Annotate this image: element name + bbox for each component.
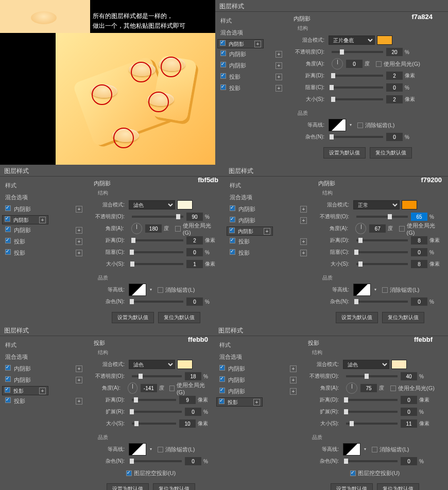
fx-inner-shadow[interactable]: 内阴影+ — [216, 375, 300, 386]
color-swatch[interactable] — [177, 360, 193, 369]
fx-inner-shadow[interactable]: 内阴影+ — [2, 215, 48, 224]
fx-drop-shadow[interactable]: 投影+ — [2, 248, 85, 258]
global-light-checkbox[interactable] — [175, 226, 181, 232]
size-input[interactable] — [401, 419, 417, 428]
reset-default-button[interactable]: 复位为默认值 — [153, 483, 195, 490]
blend-options[interactable]: 混合选项 — [217, 27, 285, 39]
fx-drop-shadow[interactable]: 投影+ — [227, 248, 310, 258]
global-light-checkbox[interactable] — [390, 386, 396, 391]
size-input[interactable] — [186, 260, 203, 268]
antialias-checkbox[interactable] — [158, 447, 163, 452]
size-input[interactable] — [179, 419, 196, 428]
blend-mode-select[interactable]: 正片叠底 — [329, 36, 375, 45]
angle-input[interactable] — [346, 60, 363, 68]
fx-inner-shadow[interactable]: 内阴影+ — [2, 375, 85, 386]
reset-default-button[interactable]: 复位为默认值 — [382, 312, 424, 323]
blend-mode-select[interactable]: 滤色 — [343, 360, 389, 369]
contour-picker[interactable] — [329, 119, 346, 131]
global-light-checkbox[interactable] — [399, 226, 405, 232]
noise-input[interactable] — [386, 133, 403, 141]
blend-options[interactable]: 混合选项 — [2, 351, 85, 363]
set-default-button[interactable]: 设置为默认值 — [323, 147, 366, 159]
blend-mode-select[interactable]: 正常 — [353, 200, 400, 209]
angle-input[interactable] — [145, 224, 162, 233]
opacity-input[interactable] — [411, 213, 427, 221]
opacity-input[interactable] — [401, 372, 417, 380]
reset-default-button[interactable]: 复位为默认值 — [370, 147, 412, 159]
set-default-button[interactable]: 设置为默认值 — [331, 483, 373, 490]
fx-inner-shadow[interactable]: 内阴影+ — [2, 204, 85, 215]
reset-default-button[interactable]: 复位为默认值 — [158, 312, 200, 323]
set-default-button[interactable]: 设置为默认值 — [107, 483, 149, 490]
angle-dial[interactable] — [346, 382, 357, 394]
contour-picker[interactable] — [129, 443, 146, 456]
distance-input[interactable] — [186, 236, 203, 244]
color-swatch[interactable] — [402, 200, 417, 209]
distance-input[interactable] — [411, 236, 427, 244]
antialias-checkbox[interactable] — [158, 287, 163, 293]
noise-input[interactable] — [186, 297, 203, 306]
antialias-checkbox[interactable] — [382, 287, 388, 293]
fx-inner-shadow[interactable]: 内阴影+ — [227, 226, 273, 236]
blend-mode-select[interactable]: 滤色 — [129, 200, 175, 209]
antialias-checkbox[interactable] — [357, 122, 363, 128]
opacity-input[interactable] — [186, 213, 203, 221]
angle-dial[interactable] — [332, 58, 343, 69]
style-header[interactable]: 样式 — [2, 339, 85, 351]
distance-input[interactable] — [401, 396, 417, 404]
blend-options[interactable]: 混合选项 — [216, 351, 300, 363]
distance-input[interactable] — [386, 72, 403, 80]
fx-drop-shadow[interactable]: 投影+ — [2, 396, 85, 407]
style-header[interactable]: 样式 — [216, 339, 300, 351]
contour-picker[interactable] — [129, 284, 146, 296]
fx-inner-shadow[interactable]: 内阴影+ — [227, 215, 310, 226]
angle-input[interactable] — [369, 224, 386, 233]
color-swatch[interactable] — [391, 360, 407, 369]
antialias-checkbox[interactable] — [372, 447, 377, 452]
fx-drop-shadow[interactable]: 投影+ — [217, 83, 285, 94]
noise-input[interactable] — [185, 457, 201, 465]
fx-inner-shadow[interactable]: 内阴影+ — [217, 49, 285, 60]
choke-input[interactable] — [386, 83, 403, 92]
fx-inner-shadow[interactable]: 内阴影+ — [2, 363, 85, 374]
size-input[interactable] — [386, 95, 403, 103]
global-light-checkbox[interactable] — [376, 61, 382, 67]
knockout-checkbox[interactable] — [126, 470, 132, 476]
choke-input[interactable] — [186, 248, 203, 256]
fx-inner-shadow[interactable]: 内阴影+ — [216, 363, 300, 374]
style-header[interactable]: 样式 — [217, 15, 285, 27]
angle-input[interactable] — [360, 384, 377, 392]
angle-dial[interactable] — [131, 223, 143, 234]
opacity-input[interactable] — [185, 372, 201, 380]
choke-input[interactable] — [411, 248, 427, 256]
style-header[interactable]: 样式 — [2, 180, 85, 191]
fx-drop-shadow[interactable]: 投影+ — [216, 397, 263, 407]
reset-default-button[interactable]: 复位为默认值 — [377, 483, 419, 490]
set-default-button[interactable]: 设置为默认值 — [336, 312, 378, 323]
fx-drop-shadow[interactable]: 投影+ — [2, 236, 85, 247]
color-swatch[interactable] — [377, 36, 392, 45]
noise-input[interactable] — [411, 297, 427, 306]
noise-input[interactable] — [401, 457, 417, 465]
spread-input[interactable] — [185, 408, 201, 416]
fx-inner-shadow[interactable]: 内阴影+ — [227, 204, 310, 215]
style-header[interactable]: 样式 — [227, 180, 310, 191]
angle-dial[interactable] — [355, 223, 366, 234]
angle-dial[interactable] — [128, 382, 137, 394]
angle-input[interactable] — [141, 384, 157, 392]
size-input[interactable] — [411, 260, 427, 268]
fx-drop-shadow[interactable]: 投影+ — [227, 236, 310, 247]
knockout-checkbox[interactable] — [350, 470, 356, 476]
fx-drop-shadow[interactable]: 投影+ — [2, 386, 48, 395]
fx-inner-shadow[interactable]: 内阴影+ — [2, 225, 85, 236]
fx-inner-shadow[interactable]: 内阴影+ — [217, 60, 285, 71]
contour-picker[interactable] — [343, 443, 360, 456]
distance-input[interactable] — [179, 396, 196, 404]
global-light-checkbox[interactable] — [169, 386, 175, 391]
fx-drop-shadow[interactable]: 投影+ — [217, 72, 285, 82]
fx-inner-shadow[interactable]: 内阴影+ — [217, 39, 264, 48]
spread-input[interactable] — [401, 408, 417, 416]
blend-mode-select[interactable]: 滤色 — [129, 360, 175, 369]
fx-inner-shadow[interactable]: 内阴影+ — [216, 386, 300, 397]
set-default-button[interactable]: 设置为默认值 — [112, 312, 154, 323]
